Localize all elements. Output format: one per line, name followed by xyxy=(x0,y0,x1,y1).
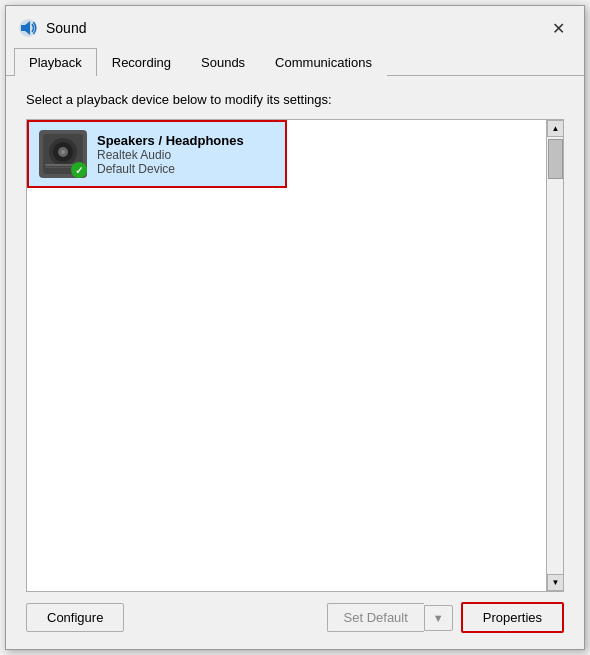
sound-window: Sound ✕ Playback Recording Sounds Commun… xyxy=(5,5,585,650)
close-button[interactable]: ✕ xyxy=(544,14,572,42)
title-bar: Sound ✕ xyxy=(6,6,584,48)
scrollbar[interactable]: ▲ ▼ xyxy=(546,120,563,591)
instruction-text: Select a playback device below to modify… xyxy=(26,92,564,107)
set-default-dropdown-arrow[interactable]: ▼ xyxy=(424,605,453,631)
tab-communications[interactable]: Communications xyxy=(260,48,387,76)
svg-point-7 xyxy=(61,150,65,154)
device-driver: Realtek Audio xyxy=(97,148,244,162)
device-info: Speakers / Headphones Realtek Audio Defa… xyxy=(97,133,244,176)
tab-playback[interactable]: Playback xyxy=(14,48,97,76)
scroll-down-arrow[interactable]: ▼ xyxy=(547,574,564,591)
scroll-up-arrow[interactable]: ▲ xyxy=(547,120,564,137)
button-bar: Configure Set Default ▼ Properties xyxy=(26,592,564,637)
device-list[interactable]: ✓ Speakers / Headphones Realtek Audio De… xyxy=(26,119,564,592)
device-icon-wrap: ✓ xyxy=(39,130,87,178)
window-title: Sound xyxy=(46,20,86,36)
tab-content: Select a playback device below to modify… xyxy=(6,76,584,649)
properties-button[interactable]: Properties xyxy=(461,602,564,633)
device-name: Speakers / Headphones xyxy=(97,133,244,148)
scroll-thumb[interactable] xyxy=(548,139,563,179)
title-left: Sound xyxy=(18,18,86,38)
sound-icon xyxy=(18,18,38,38)
tab-sounds[interactable]: Sounds xyxy=(186,48,260,76)
default-check-badge: ✓ xyxy=(71,162,87,178)
device-item-speakers[interactable]: ✓ Speakers / Headphones Realtek Audio De… xyxy=(27,120,287,188)
configure-button[interactable]: Configure xyxy=(26,603,124,632)
scroll-track xyxy=(547,137,563,574)
device-status: Default Device xyxy=(97,162,244,176)
tab-recording[interactable]: Recording xyxy=(97,48,186,76)
tab-bar: Playback Recording Sounds Communications xyxy=(6,48,584,76)
set-default-button[interactable]: Set Default xyxy=(327,603,424,632)
